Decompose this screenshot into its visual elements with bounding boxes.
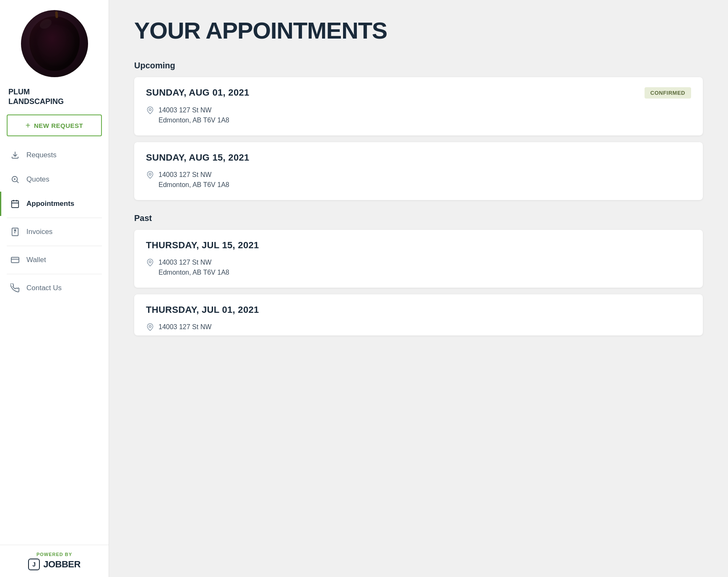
appointment-date-past-2: THURSDAY, JUL 01, 2021 <box>146 304 259 315</box>
address-text-past-1: 14003 127 St NW Edmonton, AB T6V 1A8 <box>159 257 229 278</box>
sidebar-item-quotes-label: Quotes <box>26 175 49 184</box>
location-icon-2 <box>146 171 154 179</box>
address-text-past-2: 14003 127 St NW <box>159 322 211 332</box>
card-header-past-2: THURSDAY, JUL 01, 2021 <box>146 304 691 315</box>
phone-icon <box>10 283 21 294</box>
location-icon-1 <box>146 106 154 114</box>
nav-divider-1 <box>7 218 102 218</box>
appointment-card-past-2[interactable]: THURSDAY, JUL 01, 2021 14003 127 St NW <box>134 294 703 335</box>
svg-point-3 <box>15 229 16 231</box>
apple-image <box>29 16 80 71</box>
sidebar-item-requests[interactable]: Requests <box>0 143 109 167</box>
card-header-1: SUNDAY, AUG 01, 2021 CONFIRMED <box>146 87 691 99</box>
sidebar-item-requests-label: Requests <box>26 151 57 159</box>
location-icon-past-2 <box>146 323 154 331</box>
svg-rect-1 <box>12 201 19 208</box>
sidebar-item-quotes[interactable]: Quotes <box>0 167 109 192</box>
svg-point-7 <box>149 261 151 263</box>
address-text-1: 14003 127 St NW Edmonton, AB T6V 1A8 <box>159 105 229 125</box>
jobber-logo: J JOBBER <box>28 559 81 570</box>
confirmed-badge-1: CONFIRMED <box>645 87 691 99</box>
jobber-text: JOBBER <box>43 559 81 570</box>
sidebar-item-invoices[interactable]: Invoices <box>0 220 109 244</box>
appointment-address-past-1: 14003 127 St NW Edmonton, AB T6V 1A8 <box>146 257 691 278</box>
credit-card-icon <box>10 255 21 265</box>
sidebar-item-contact-us-label: Contact Us <box>26 284 62 292</box>
svg-rect-4 <box>11 257 19 263</box>
sidebar-footer: POWERED BY J JOBBER <box>0 545 109 577</box>
appointment-card-past-1[interactable]: THURSDAY, JUL 15, 2021 14003 127 St NW E… <box>134 230 703 288</box>
sidebar-item-appointments-label: Appointments <box>26 200 74 208</box>
plus-icon: + <box>26 121 31 130</box>
appointment-address-2: 14003 127 St NW Edmonton, AB T6V 1A8 <box>146 170 691 190</box>
new-request-button[interactable]: + NEW REQUEST <box>7 114 102 136</box>
brand-logo <box>21 10 88 77</box>
sidebar-logo-area <box>0 0 109 84</box>
svg-point-8 <box>149 325 151 327</box>
sidebar: PLUM LANDSCAPING + NEW REQUEST Requests … <box>0 0 109 577</box>
appointment-card-upcoming-2[interactable]: SUNDAY, AUG 15, 2021 14003 127 St NW Edm… <box>134 142 703 200</box>
page-title: YOUR APPOINTMENTS <box>134 17 703 44</box>
brand-name: PLUM LANDSCAPING <box>8 87 100 106</box>
quotes-icon <box>10 174 21 185</box>
appointment-address-1: 14003 127 St NW Edmonton, AB T6V 1A8 <box>146 105 691 125</box>
location-icon-past-1 <box>146 258 154 267</box>
appointment-date-past-1: THURSDAY, JUL 15, 2021 <box>146 240 259 251</box>
appointment-address-past-2: 14003 127 St NW <box>146 322 691 332</box>
download-tray-icon <box>10 150 21 161</box>
sidebar-nav: Requests Quotes Appointments Invoices <box>0 143 109 545</box>
new-request-label: NEW REQUEST <box>34 122 83 129</box>
sidebar-brand: PLUM LANDSCAPING <box>0 84 109 114</box>
upcoming-section-label: Upcoming <box>134 61 703 70</box>
sidebar-item-appointments[interactable]: Appointments <box>0 192 109 216</box>
sidebar-item-contact-us[interactable]: Contact Us <box>0 276 109 300</box>
powered-by-label: POWERED BY <box>36 552 72 557</box>
jobber-icon: J <box>28 559 40 570</box>
address-text-2: 14003 127 St NW Edmonton, AB T6V 1A8 <box>159 170 229 190</box>
svg-point-6 <box>149 173 151 175</box>
sidebar-item-wallet[interactable]: Wallet <box>0 248 109 272</box>
svg-point-5 <box>149 109 151 111</box>
card-header-past-1: THURSDAY, JUL 15, 2021 <box>146 240 691 251</box>
appointment-card-upcoming-1[interactable]: SUNDAY, AUG 01, 2021 CONFIRMED 14003 127… <box>134 77 703 135</box>
appointment-date-1: SUNDAY, AUG 01, 2021 <box>146 87 250 98</box>
invoices-icon <box>10 226 21 237</box>
nav-divider-3 <box>7 274 102 274</box>
sidebar-item-wallet-label: Wallet <box>26 256 46 264</box>
sidebar-item-invoices-label: Invoices <box>26 228 52 236</box>
card-header-2: SUNDAY, AUG 15, 2021 <box>146 152 691 163</box>
main-content: YOUR APPOINTMENTS Upcoming SUNDAY, AUG 0… <box>109 0 728 577</box>
calendar-icon <box>10 198 21 209</box>
nav-divider-2 <box>7 246 102 246</box>
past-section-label: Past <box>134 213 703 223</box>
appointment-date-2: SUNDAY, AUG 15, 2021 <box>146 152 250 163</box>
